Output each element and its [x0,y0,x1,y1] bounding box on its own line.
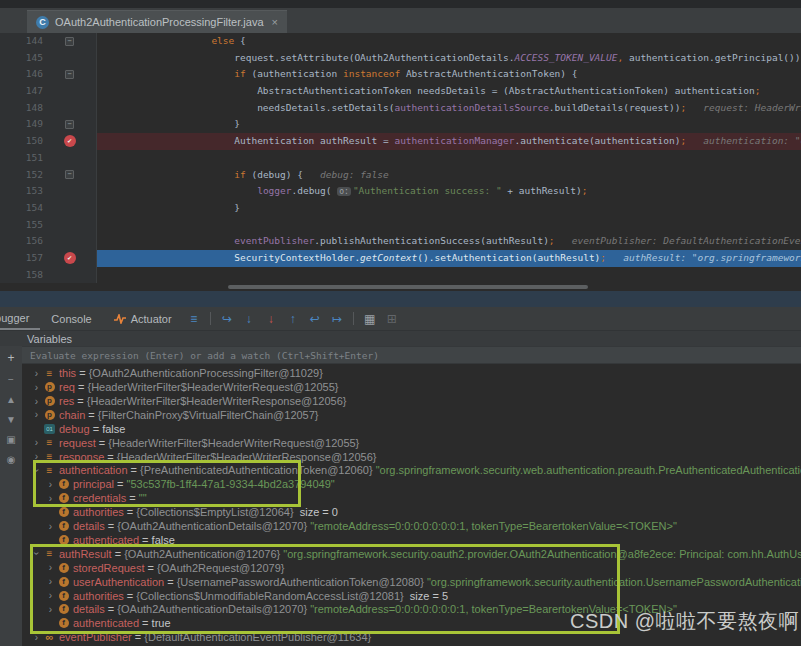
step-out-icon[interactable]: ↑ [282,312,304,326]
expand-chevron-icon[interactable]: › [31,464,42,477]
variable-row[interactable]: ›fdetails = {OAuth2AuthenticationDetails… [22,519,801,533]
tab-actuator[interactable]: Actuator [103,307,183,330]
editor-gutter[interactable]: 146− [0,66,97,83]
editor-tab-active[interactable]: C OAuth2AuthenticationProcessingFilter.j… [27,10,287,33]
breakpoint-icon[interactable]: ✔ [64,252,76,264]
code-line[interactable]: 144− else { [0,33,801,50]
code-line[interactable]: 150✔ Authentication authResult = authent… [0,133,801,150]
code-line[interactable]: 149− } [0,116,801,133]
variable-row[interactable]: 01debug = false [22,422,801,436]
code-line[interactable]: 146− if (authentication instanceof Abstr… [0,66,801,83]
line-number[interactable]: 147 [0,83,43,100]
code-line[interactable]: 155 [0,217,801,234]
force-step-into-icon[interactable]: ↓ [260,312,282,326]
step-over-icon[interactable]: ↪ [216,312,238,326]
variable-row[interactable]: ›fcredentials = "" [22,491,801,505]
line-number[interactable]: 156 [0,233,43,250]
move-watch-down-icon[interactable]: ▼ [6,414,16,425]
variable-row[interactable]: fauthenticated = false [22,533,801,547]
editor-gutter[interactable]: 155 [0,217,97,234]
drop-frame-icon[interactable]: ↩ [304,312,326,326]
expand-chevron-icon[interactable]: › [30,451,43,462]
editor-gutter[interactable]: 157✔ [0,250,97,267]
variable-row[interactable]: fauthorities = {Collections$EmptyList@12… [22,505,801,519]
step-into-icon[interactable]: ↓ [238,312,260,326]
editor-gutter[interactable]: 153 [0,183,97,200]
move-watch-up-icon[interactable]: ▲ [6,394,16,405]
code-line[interactable]: 148 needsDetails.setDetails(authenticati… [0,100,801,117]
code-line[interactable]: 152− if (debug) { debug: false [0,167,801,184]
expand-chevron-icon[interactable]: › [31,547,42,560]
expand-chevron-icon[interactable]: › [44,562,57,573]
line-number[interactable]: 146 [0,66,43,83]
variable-row[interactable]: ›fprincipal = "53c537fb-1ff4-47a1-9334-4… [22,477,801,491]
editor-gutter[interactable]: 145 [0,50,97,67]
hscrollbar-thumb[interactable] [228,285,588,289]
show-watches-icon[interactable]: ◉ [7,454,16,465]
expand-chevron-icon[interactable]: › [30,368,43,379]
variable-row[interactable]: ›≡this = {OAuth2AuthenticationProcessing… [22,366,801,380]
close-tab-icon[interactable]: × [272,16,278,28]
expand-chevron-icon[interactable]: › [30,437,43,448]
expand-chevron-icon[interactable]: › [44,479,57,490]
code-line[interactable]: 156 eventPublisher.publishAuthentication… [0,233,801,250]
expand-chevron-icon[interactable]: › [44,521,57,532]
expand-chevron-icon[interactable]: › [30,632,43,643]
code-line[interactable]: 147 AbstractAuthenticationToken needsDet… [0,83,801,100]
variable-row[interactable]: ›≡authentication = {PreAuthenticatedAuth… [22,464,801,478]
editor-gutter[interactable]: 152− [0,167,97,184]
editor-gutter[interactable]: 148 [0,100,97,117]
variable-row[interactable]: ›preq = {HeaderWriterFilter$HeaderWriter… [22,380,801,394]
line-number[interactable]: 153 [0,183,43,200]
editor-gutter[interactable]: 144− [0,33,97,50]
duplicate-watch-icon[interactable]: ▣ [6,434,15,445]
code-line[interactable]: 158 [0,267,801,284]
expand-chevron-icon[interactable]: › [44,493,57,504]
menu-icon[interactable]: ≡ [183,312,205,326]
variable-row[interactable]: ›≡response = {HeaderWriterFilter$HeaderW… [22,450,801,464]
editor-gutter[interactable]: 149− [0,116,97,133]
line-number[interactable]: 144 [0,33,43,50]
code-line[interactable]: 153 logger.debug( o:"Authentication succ… [0,183,801,200]
variable-row[interactable]: ›≡request = {HeaderWriterFilter$HeaderWr… [22,436,801,450]
add-watch-icon[interactable]: + [7,351,14,365]
editor-gutter[interactable]: 156 [0,233,97,250]
editor-gutter[interactable]: 158 [0,267,97,284]
variable-row[interactable]: ›≡authResult = {OAuth2Authentication@120… [22,547,801,561]
expand-chevron-icon[interactable]: › [44,576,57,587]
editor-gutter[interactable]: 151 [0,150,97,167]
variable-row[interactable]: ›pchain = {FilterChainProxy$VirtualFilte… [22,408,801,422]
line-number[interactable]: 152 [0,167,43,184]
editor-gutter[interactable]: 154 [0,200,97,217]
variables-tab[interactable]: Variables [0,330,801,346]
editor-gutter[interactable]: 150✔ [0,133,97,150]
layout-icon[interactable]: ⊞ [381,312,403,326]
tab-debugger[interactable]: Debugger [0,307,40,330]
variable-row[interactable]: ›fstoredRequest = {OAuth2Request@12079} [22,561,801,575]
code-line[interactable]: 151 [0,150,801,167]
breakpoint-icon[interactable]: ✔ [64,135,76,147]
expand-chevron-icon[interactable]: › [30,409,43,420]
line-number[interactable]: 148 [0,100,43,117]
tab-console[interactable]: Console [40,307,102,330]
expand-chevron-icon[interactable]: › [44,604,57,615]
fold-marker[interactable]: − [65,70,74,79]
line-number[interactable]: 150 [0,133,43,150]
line-number[interactable]: 151 [0,150,43,167]
variable-row[interactable]: ›fuserAuthentication = {UsernamePassword… [22,575,801,589]
variable-row[interactable]: ›pres = {HeaderWriterFilter$HeaderWriter… [22,394,801,408]
fold-marker[interactable]: − [65,37,74,46]
remove-watch-icon[interactable]: − [8,374,14,385]
line-number[interactable]: 157 [0,250,43,267]
code-line[interactable]: 154 } [0,200,801,217]
expand-chevron-icon[interactable]: › [30,382,43,393]
line-number[interactable]: 154 [0,200,43,217]
variable-row[interactable]: ›fauthorities = {Collections$Unmodifiabl… [22,589,801,603]
evaluate-expression-input[interactable]: Evaluate expression (Enter) or add a wat… [22,346,801,364]
line-number[interactable]: 149 [0,116,43,133]
editor-code[interactable]: 144− else {145 request.setAttribute(OAut… [0,33,801,283]
line-number[interactable]: 145 [0,50,43,67]
editor-gutter[interactable]: 147 [0,83,97,100]
fold-marker[interactable]: − [65,120,74,129]
code-line[interactable]: 157✔ SecurityContextHolder.getContext().… [0,250,801,267]
